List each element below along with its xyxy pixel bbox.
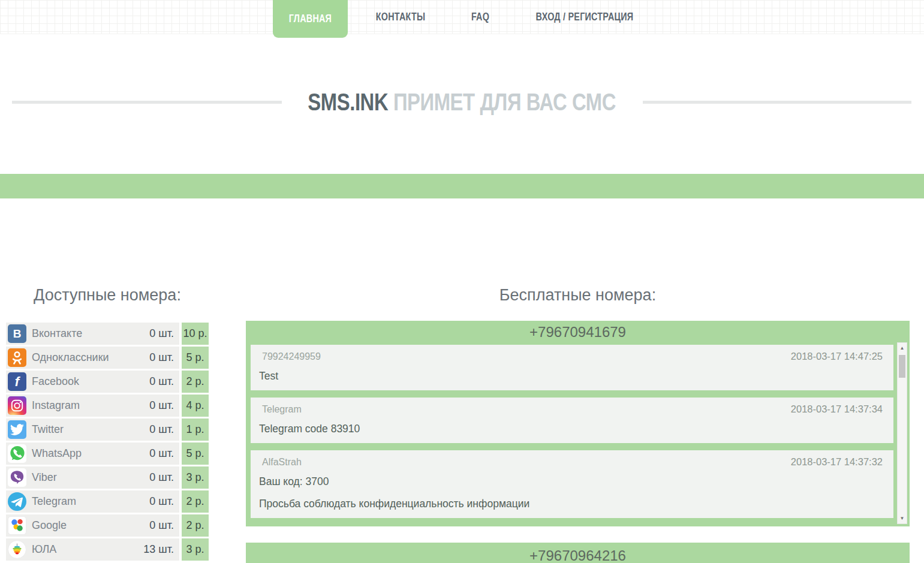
service-count: 0 шт.: [149, 447, 174, 460]
service-label: Twitter: [32, 423, 149, 436]
nav-tab-login-register[interactable]: ВХОД / РЕГИСТРАЦИЯ: [525, 0, 644, 34]
service-price: 2 р.: [182, 514, 209, 537]
phone-number-header: +79670941679: [246, 321, 910, 341]
yula-icon: [8, 540, 26, 559]
sms-body: Ваш код: 3700: [258, 475, 883, 488]
nav-tab-login-register-label: ВХОД / РЕГИСТРАЦИЯ: [536, 11, 634, 23]
telegram-icon: [8, 492, 26, 511]
sms-message-list: 79924249959 2018-03-17 14:47:25 Test Tel…: [251, 345, 893, 525]
scrollbar-up-arrow-icon[interactable]: ▲: [898, 344, 907, 353]
service-count: 0 шт.: [149, 471, 174, 484]
sms-message-card: 79924249959 2018-03-17 14:47:25 Test: [251, 345, 893, 390]
scrollbar-thumb[interactable]: [899, 355, 905, 378]
nav-tab-faq[interactable]: FAQ: [469, 0, 492, 34]
service-count: 0 шт.: [149, 375, 174, 388]
sms-message-card: Telegram 2018-03-17 14:37:34 Telegram co…: [251, 398, 893, 443]
vk-icon: В: [8, 324, 26, 343]
instagram-icon: [8, 396, 26, 415]
table-row-odnoklassniki[interactable]: Одноклассники 0 шт. 5 р.: [6, 347, 209, 369]
row-main: ЮЛА 13 шт.: [6, 538, 179, 561]
row-main: Instagram 0 шт.: [6, 395, 179, 417]
service-count: 0 шт.: [149, 351, 174, 364]
service-count: 0 шт.: [149, 399, 174, 412]
table-row-yula[interactable]: ЮЛА 13 шт. 3 р.: [6, 538, 209, 561]
free-number-panel-2: +79670964216: [246, 543, 910, 563]
table-row-instagram[interactable]: Instagram 0 шт. 4 р.: [6, 395, 209, 417]
service-label: Viber: [32, 471, 149, 484]
service-count: 0 шт.: [149, 519, 174, 532]
phone-number-header: +79670964216: [246, 543, 910, 563]
table-row-google[interactable]: Google 0 шт. 2 р.: [6, 514, 209, 537]
whatsapp-icon: [8, 444, 26, 463]
nav-tab-faq-label: FAQ: [471, 11, 489, 23]
table-row-whatsapp[interactable]: WhatsApp 0 шт. 5 р.: [6, 442, 209, 465]
service-price: 10 р.: [182, 323, 209, 345]
sms-date: 2018-03-17 14:37:34: [791, 404, 883, 415]
service-label: Одноклассники: [32, 351, 149, 364]
row-main: В Вконтакте 0 шт.: [6, 323, 179, 345]
scrollbar-down-arrow-icon[interactable]: ▼: [898, 514, 907, 523]
row-main: WhatsApp 0 шт.: [6, 442, 179, 465]
sms-date: 2018-03-17 14:37:32: [791, 456, 883, 468]
sms-body: Просьба соблюдать конфиденциальность инф…: [258, 498, 883, 510]
free-numbers-heading: Бесплатные номера:: [246, 286, 910, 305]
sms-body: Test: [258, 370, 883, 383]
service-price: 3 р.: [182, 538, 209, 561]
service-label: WhatsApp: [32, 447, 149, 460]
facebook-icon: f: [8, 372, 26, 391]
table-row-viber[interactable]: Viber 0 шт. 3 р.: [6, 466, 209, 489]
green-banner: [0, 174, 924, 198]
nav-tab-home-label: ГЛАВНАЯ: [289, 13, 332, 25]
row-main: Telegram 0 шт.: [6, 490, 179, 513]
sms-sender: AlfaStrah: [258, 457, 302, 468]
service-price: 2 р.: [182, 490, 209, 513]
sms-body: Telegram code 83910: [258, 423, 883, 435]
table-row-twitter[interactable]: Twitter 0 шт. 1 р.: [6, 419, 209, 441]
service-price: 5 р.: [182, 347, 209, 369]
service-price: 5 р.: [182, 442, 209, 465]
sms-message-card: AlfaStrah 2018-03-17 14:37:32 Ваш код: 3…: [251, 450, 893, 518]
nav-tab-contacts-label: КОНТАКТЫ: [376, 11, 425, 23]
nav-tab-home[interactable]: ГЛАВНАЯ: [273, 0, 348, 38]
twitter-icon: [8, 420, 26, 439]
service-label: Instagram: [32, 399, 149, 412]
page-title-tagline: ПРИМЕТ ДЛЯ ВАС СМС: [389, 89, 616, 115]
service-count: 13 шт.: [143, 543, 174, 556]
service-price: 2 р.: [182, 371, 209, 393]
row-main: Viber 0 шт.: [6, 466, 179, 489]
service-price: 1 р.: [182, 419, 209, 441]
page-title: SMS.INK ПРИМЕТ ДЛЯ ВАС СМС: [0, 89, 924, 116]
service-label: Facebook: [32, 375, 149, 388]
message-list-scrollbar[interactable]: ▲ ▼: [897, 342, 907, 524]
service-label: Google: [32, 519, 149, 532]
viber-icon: [8, 468, 26, 487]
row-main: Twitter 0 шт.: [6, 419, 179, 441]
table-row-facebook[interactable]: f Facebook 0 шт. 2 р.: [6, 371, 209, 393]
service-label: ЮЛА: [32, 543, 143, 556]
nav-tab-contacts[interactable]: КОНТАКТЫ: [371, 0, 431, 34]
sms-date: 2018-03-17 14:47:25: [791, 351, 883, 362]
service-price: 4 р.: [182, 395, 209, 417]
service-count: 0 шт.: [149, 495, 174, 508]
table-row-vkontakte[interactable]: В Вконтакте 0 шт. 10 р.: [6, 323, 209, 345]
available-numbers-table: В Вконтакте 0 шт. 10 р. Одноклассники 0 …: [6, 323, 209, 562]
row-main: Google 0 шт.: [6, 514, 179, 537]
sms-sender: 79924249959: [258, 351, 321, 362]
service-label: Вконтакте: [32, 327, 149, 340]
google-icon: [8, 516, 26, 535]
row-main: Одноклассники 0 шт.: [6, 347, 179, 369]
service-count: 0 шт.: [149, 327, 174, 340]
service-count: 0 шт.: [149, 423, 174, 436]
page-title-brand: SMS.INK: [308, 89, 389, 115]
service-label: Telegram: [32, 495, 149, 508]
top-navbar: ГЛАВНАЯ КОНТАКТЫ FAQ ВХОД / РЕГИСТРАЦИЯ: [0, 0, 924, 34]
sms-sender: Telegram: [258, 404, 302, 415]
row-main: f Facebook 0 шт.: [6, 371, 179, 393]
free-number-panel-1: +79670941679 79924249959 2018-03-17 14:4…: [246, 321, 910, 526]
available-numbers-heading: Доступные номера:: [6, 286, 209, 305]
table-row-telegram[interactable]: Telegram 0 шт. 2 р.: [6, 490, 209, 513]
odnoklassniki-icon: [8, 348, 26, 367]
service-price: 3 р.: [182, 466, 209, 489]
